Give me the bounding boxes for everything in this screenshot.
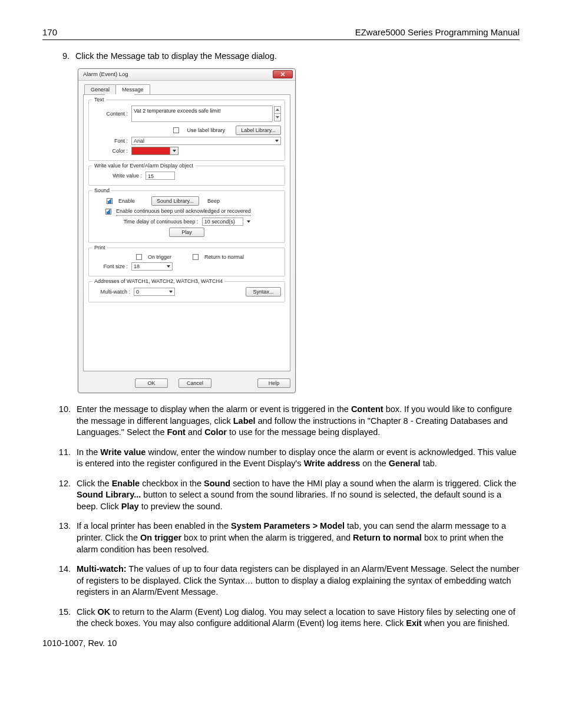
sound-library-button[interactable]: Sound Library... [151, 196, 199, 206]
on-trigger-label: On trigger [148, 253, 189, 261]
step-number: 9. [59, 51, 75, 62]
use-label-library-checkbox[interactable] [173, 127, 179, 133]
use-label-library-label: Use label library [187, 127, 226, 134]
dialog-screenshot: Alarm (Event) Log General Message Text C… [78, 68, 520, 393]
step-10: 10. Enter the message to display when th… [57, 404, 520, 439]
dialog-title: Alarm (Event) Log [83, 71, 273, 78]
font-select[interactable]: Arial [131, 137, 281, 145]
return-normal-label: Return to normal [204, 253, 244, 261]
time-delay-select[interactable]: 10 second(s) [202, 218, 243, 226]
step-text: Click the Message tab to display the Mes… [75, 51, 520, 62]
dropdown-icon[interactable] [247, 220, 250, 223]
multiwatch-label: Multi-watch : [92, 288, 134, 295]
syntax-button[interactable]: Syntax... [246, 287, 281, 297]
font-label: Font : [92, 137, 131, 144]
step-13: 13. If a local printer has been enabled … [57, 521, 520, 555]
beep-label: Beep [207, 197, 220, 205]
help-button[interactable]: Help [257, 378, 290, 388]
cancel-button[interactable]: Cancel [178, 378, 211, 388]
step-11: 11. In the Write value window, enter the… [57, 447, 520, 470]
step-14: 14. Multi-watch: The values of up to fou… [57, 564, 520, 598]
group-label: Print [92, 244, 107, 251]
instruction-steps: 10. Enter the message to display when th… [42, 404, 520, 630]
return-normal-checkbox[interactable] [193, 254, 199, 260]
tab-body: Text Content : Vat 2 temperature exceeds… [83, 94, 290, 371]
color-picker[interactable] [131, 147, 178, 155]
text-group: Text Content : Vat 2 temperature exceeds… [88, 100, 285, 161]
group-label: Write value for Event/Alarm Display obje… [92, 162, 195, 169]
step-12: 12. Click the Enable checkbox in the Sou… [57, 478, 520, 513]
color-label: Color : [92, 147, 131, 154]
on-trigger-checkbox[interactable] [136, 254, 142, 260]
watch-group: Addresses of WATCH1, WATCH2, WATCH3, WAT… [88, 281, 285, 302]
write-value-input[interactable]: 15 [146, 172, 175, 180]
page-number: 170 [42, 27, 57, 38]
fontsize-label: Font size : [92, 263, 131, 270]
print-group: Print On trigger Return to normal Font s… [88, 248, 285, 276]
continuous-beep-checkbox[interactable] [105, 209, 111, 215]
sound-group: Sound Enable Sound Library... Beep Enabl… [88, 190, 285, 243]
ok-button[interactable]: OK [135, 378, 168, 388]
write-value-group: Write value for Event/Alarm Display obje… [88, 166, 285, 186]
content-input[interactable]: Vat 2 temperature exceeds safe limit! [131, 106, 273, 122]
step-15: 15. Click OK to return to the Alarm (Eve… [57, 607, 520, 630]
close-button[interactable] [273, 70, 293, 78]
content-label: Content : [92, 110, 131, 117]
label-library-button[interactable]: Label Library... [236, 126, 281, 135]
alarm-event-log-dialog: Alarm (Event) Log General Message Text C… [78, 68, 296, 393]
page-header: 170 EZware5000 Series Programming Manual [42, 27, 520, 40]
group-label: Addresses of WATCH1, WATCH2, WATCH3, WAT… [92, 278, 224, 285]
content-scroll[interactable] [274, 106, 281, 121]
tab-message[interactable]: Message [115, 84, 150, 94]
enable-label: Enable [118, 197, 148, 205]
enable-sound-checkbox[interactable] [107, 198, 113, 204]
close-icon [280, 72, 285, 77]
write-value-label: Write value : [92, 172, 146, 179]
group-label: Text [92, 96, 106, 103]
tab-general[interactable]: General [84, 84, 116, 94]
time-delay-label: Time delay of continuous beep : [123, 218, 198, 225]
step-9: 9. Click the Message tab to display the … [59, 51, 520, 62]
doc-title: EZware5000 Series Programming Manual [355, 27, 520, 38]
titlebar: Alarm (Event) Log [78, 69, 295, 81]
tabs: General Message [78, 81, 295, 94]
group-label: Sound [92, 187, 111, 194]
multiwatch-select[interactable]: 0 [134, 288, 175, 296]
play-button[interactable]: Play [169, 228, 204, 237]
continuous-beep-label: Enable continuous beep until acknowledge… [116, 207, 251, 216]
dialog-buttons: OK Cancel Help [78, 375, 295, 393]
fontsize-select[interactable]: 18 [131, 262, 173, 271]
page-footer: 1010-1007, Rev. 10 [42, 638, 520, 650]
